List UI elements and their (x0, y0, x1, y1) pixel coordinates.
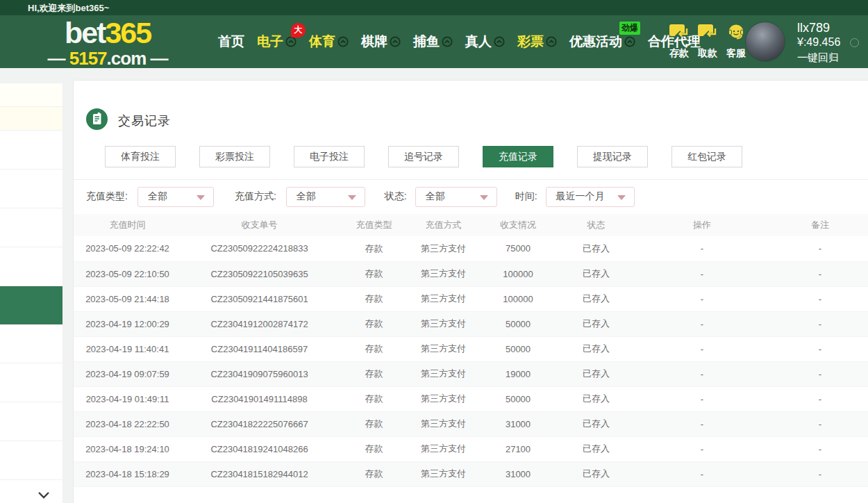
nav-item-egames[interactable]: 大 电子 (251, 33, 303, 51)
avatar[interactable] (745, 22, 785, 62)
cell-amount: 50000 (476, 311, 560, 336)
cell-action: - (633, 336, 771, 361)
cell-remark: - (771, 311, 868, 336)
status-select[interactable]: 全部 (415, 187, 497, 207)
cell-action: - (633, 236, 771, 261)
withdraw-icon (697, 33, 718, 45)
cell-time: 2023-05-09 22:22:42 (74, 236, 181, 261)
cell-amount: 19000 (476, 361, 560, 386)
cell-amount: 50000 (476, 386, 560, 411)
nav-item-promotions[interactable]: 劲爆 优惠活动 (563, 33, 642, 51)
refresh-balance-icon[interactable] (850, 38, 859, 47)
cell-order-no: CZ23041815182944012 (181, 461, 337, 486)
col-remark: 备注 (771, 214, 868, 236)
recharge-type-value: 全部 (148, 190, 167, 203)
logo-365: 365 (105, 16, 151, 49)
cell-method: 第三方支付 (410, 411, 476, 436)
nav-item-chess[interactable]: 棋牌 (355, 33, 407, 51)
sidebar-item[interactable] (0, 83, 62, 107)
cell-action: - (633, 436, 771, 461)
logo-domain: — 5157.com — (38, 49, 177, 67)
cell-type: 存款 (337, 261, 410, 286)
table-row: 2023-05-09 22:22:42CZ23050922224218833存款… (74, 236, 868, 261)
deposit-button[interactable]: 存款 (668, 24, 690, 60)
cell-amount: 31000 (476, 461, 560, 486)
cell-order-no: CZ23041911404186597 (181, 336, 337, 361)
cell-amount: 27100 (476, 436, 560, 461)
tab-recharge-records[interactable]: 充值记录 (483, 146, 553, 167)
quick-actions: 存款 取款 客服 (668, 24, 747, 60)
cell-remark: - (771, 436, 868, 461)
page-title: 交易记录 (118, 113, 171, 129)
cell-remark: - (771, 261, 868, 286)
tab-redpacket-records[interactable]: 红包记录 (671, 146, 742, 167)
sidebar-item[interactable] (0, 441, 62, 480)
cell-status: 已存入 (560, 236, 633, 261)
sidebar-item[interactable] (0, 402, 62, 441)
sidebar-item[interactable] (0, 363, 62, 402)
transaction-record-icon (86, 108, 108, 133)
sidebar-item[interactable] (0, 247, 62, 286)
table-row: 2023-04-19 12:00:29CZ23041912002874172存款… (74, 311, 868, 336)
cell-remark: - (771, 286, 868, 311)
recharge-method-select[interactable]: 全部 (286, 187, 365, 207)
cell-status: 已存入 (560, 336, 633, 361)
tab-chase-records[interactable]: 追号记录 (388, 146, 459, 167)
sidebar-item[interactable] (0, 107, 62, 131)
chevron-up-circle-icon (337, 36, 349, 47)
time-label: 时间: (515, 190, 537, 203)
main-nav: 首页 大 电子 体育 棋牌 捕鱼 真人 彩票 劲爆 优惠活动 (212, 15, 707, 68)
cell-status: 已存入 (560, 411, 633, 436)
withdraw-button[interactable]: 取款 (696, 24, 719, 60)
col-action: 操作 (633, 214, 771, 236)
chevron-up-circle-icon (494, 36, 505, 47)
sidebar-item-active[interactable] (0, 286, 62, 324)
cell-order-no: CZ23050921441875601 (181, 286, 337, 311)
table-row: 2023-05-09 22:10:50CZ23050922105039635存款… (74, 261, 868, 286)
tab-withdraw-records[interactable]: 提现记录 (577, 146, 648, 167)
cell-type: 存款 (337, 386, 410, 411)
time-select[interactable]: 最近一个月 (546, 187, 635, 207)
cell-time: 2023-04-18 22:22:50 (74, 411, 181, 436)
table-header-row: 充值时间 收支单号 充值类型 充值方式 收支情况 状态 操作 备注 (74, 214, 868, 236)
cell-action: - (633, 386, 771, 411)
cell-remark: - (771, 236, 868, 261)
cell-action: - (633, 261, 771, 286)
sidebar (0, 83, 62, 503)
logo-bet: bet (65, 16, 106, 49)
recharge-type-select[interactable]: 全部 (137, 187, 214, 207)
topbar: HI,欢迎来到bet365~ (0, 0, 868, 15)
page-title-row: 交易记录 (86, 108, 171, 133)
nav-item-lottery[interactable]: 彩票 (511, 33, 563, 51)
cell-status: 已存入 (560, 261, 633, 286)
logo-dash-right: — (151, 48, 168, 69)
sidebar-expand-chevron-down-icon[interactable] (37, 489, 50, 502)
status-label: 状态: (385, 190, 407, 203)
cell-time: 2023-04-19 11:40:41 (74, 336, 181, 361)
sidebar-item[interactable] (0, 324, 62, 363)
tab-sports-bets[interactable]: 体育投注 (105, 146, 176, 167)
sidebar-item[interactable] (0, 170, 62, 208)
nav-item-live[interactable]: 真人 (459, 33, 511, 51)
nav-item-fishing[interactable]: 捕鱼 (407, 33, 459, 51)
status-value: 全部 (426, 190, 445, 203)
tab-egames-bets[interactable]: 电子投注 (294, 146, 365, 167)
sidebar-item[interactable] (0, 208, 62, 247)
nav-label: 体育 (309, 33, 335, 51)
nav-item-home[interactable]: 首页 (212, 33, 251, 51)
cell-type: 存款 (337, 461, 410, 486)
tab-lottery-bets[interactable]: 彩票投注 (199, 146, 270, 167)
time-value: 最近一个月 (556, 190, 605, 203)
one-key-recall-button[interactable]: 一键回归 (797, 50, 859, 65)
cell-time: 2023-04-18 19:24:10 (74, 436, 181, 461)
recharge-type-label: 充值类型: (86, 190, 128, 203)
transaction-records-card: 交易记录 体育投注 彩票投注 电子投注 追号记录 充值记录 提现记录 红包记录 … (73, 80, 868, 503)
customer-service-button[interactable]: 客服 (725, 24, 747, 60)
sidebar-item[interactable] (0, 131, 62, 170)
table-row: 2023-04-18 22:22:50CZ23041822225076667存款… (74, 411, 868, 436)
nav-item-sports[interactable]: 体育 (303, 33, 355, 51)
cell-method: 第三方支付 (410, 461, 476, 486)
records-table: 充值时间 收支单号 充值类型 充值方式 收支情况 状态 操作 备注 2023-0… (74, 214, 868, 487)
cell-method: 第三方支付 (410, 336, 476, 361)
cell-time: 2023-04-19 09:07:59 (74, 361, 181, 386)
